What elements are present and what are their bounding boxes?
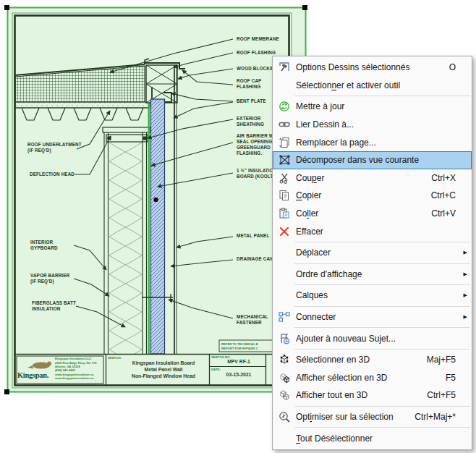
menu-item-calques[interactable]: Calques▶ <box>273 287 472 305</box>
svg-text:REPORT FOR NFPA285 C: REPORT FOR NFPA285 C <box>221 347 258 350</box>
label-roof-cap-flashing: FLASHING <box>237 84 260 89</box>
menu-item-selectionner-et-activer-outil[interactable]: Sélectionner et activer outil <box>273 77 472 95</box>
svg-text:SKETCH:: SKETCH: <box>108 356 122 360</box>
menu-item-mettre-a-jour[interactable]: Mettre à jour <box>273 98 472 116</box>
submenu-arrow-icon: ▶ <box>459 292 467 298</box>
context-menu: Options Dessins sélectionnésOSélectionne… <box>272 56 472 450</box>
menu-item-shortcut: Ctrl+Maj+* <box>415 412 456 422</box>
label-exterior-sheathing: SHEATHING <box>237 122 264 127</box>
svg-text:(800) 241-4402: (800) 241-4402 <box>55 368 76 372</box>
svg-text:AIR BARRIER W: AIR BARRIER W <box>237 133 273 138</box>
menu-item-ordre-d-affichage[interactable]: Ordre d'affichage▶ <box>273 266 472 284</box>
menu-separator <box>294 327 470 328</box>
menu-item-shortcut: Ctrl+V <box>431 208 456 219</box>
blank-icon <box>277 433 291 444</box>
menu-item-label: Effacer <box>296 226 446 237</box>
menu-separator <box>294 263 470 264</box>
menu-item-selectionner-en-3d[interactable]: Sélectionner en 3DMaj+F5 <box>273 351 472 369</box>
menu-item-remplacer-la-page[interactable]: Remplacer la page... <box>273 133 472 151</box>
svg-text:MPV RF-1: MPV RF-1 <box>227 359 250 364</box>
svg-text:EXTERIOR: EXTERIOR <box>237 116 261 121</box>
label-drainage-cavity: DRAINAGE CAV <box>237 256 273 261</box>
label-roof-flashing: ROOF FLASHING <box>237 50 276 55</box>
svg-text:DATE:: DATE: <box>211 368 221 371</box>
svg-text:ROOF CAP: ROOF CAP <box>237 78 261 83</box>
menu-item-label: Copier <box>296 190 421 200</box>
optimize-icon <box>277 411 291 423</box>
add-subject-icon <box>277 333 291 344</box>
menu-item-connecter[interactable]: Connecter▶ <box>273 308 472 326</box>
menu-item-copier[interactable]: CopierCtrl+C <box>273 187 472 205</box>
menu-item-shortcut: F5 <box>446 373 456 383</box>
svg-text:ROOF UNDERLAYMENT: ROOF UNDERLAYMENT <box>27 142 82 147</box>
menu-item-label: Coller <box>296 208 421 219</box>
menu-item-effacer[interactable]: Effacer <box>273 222 472 240</box>
select-3d-icon <box>277 354 291 365</box>
menu-item-deplacer[interactable]: Déplacer▶ <box>273 244 472 262</box>
deflection-head-track <box>106 135 148 142</box>
svg-text:GREENGUARD: GREENGUARD <box>237 145 271 150</box>
menu-item-label: Ajouter à nouveau Sujet... <box>296 334 446 344</box>
handle-center[interactable] <box>153 198 158 202</box>
layout-canvas: ROOF MEMBRANE ROOF FLASHING WOOD BLOCKIN… <box>0 0 476 453</box>
handle-bottom-left[interactable] <box>4 389 9 394</box>
menu-item-label: Sélectionner en 3D <box>296 355 417 365</box>
label-roof-underlayment: (IF REQ'D) <box>27 148 51 153</box>
label-vapor-barrier: (IF REQ'D) <box>30 279 54 284</box>
svg-text:MECHANICAL: MECHANICAL <box>237 314 268 319</box>
erase-icon <box>277 226 291 237</box>
menu-item-label: Tout Désélectionner <box>296 433 446 444</box>
menu-item-ajouter-a-nouveau-sujet[interactable]: Ajouter à nouveau Sujet... <box>273 329 472 347</box>
submenu-arrow-icon: ▶ <box>459 271 467 277</box>
menu-separator <box>294 427 470 428</box>
svg-text:FIBERGLASS BATT: FIBERGLASS BATT <box>32 300 76 305</box>
update-icon <box>277 101 291 112</box>
svg-text:VAPOR BARRIER: VAPOR BARRIER <box>30 273 70 278</box>
svg-text:Metal Panel Wall: Metal Panel Wall <box>144 367 182 372</box>
menu-item-lier-dessin-a[interactable]: Lier Dessin à... <box>273 116 472 134</box>
blank-icon <box>277 289 291 301</box>
menu-item-options-dessins-selectionnes[interactable]: Options Dessins sélectionnésO <box>273 59 472 77</box>
batt-insulation <box>109 143 142 354</box>
blank-icon <box>277 247 291 258</box>
menu-item-optimiser-sur-la-selection[interactable]: Optimiser sur la sélectionCtrl+Maj+* <box>273 408 472 426</box>
menu-item-label: Options Dessins sélectionnés <box>296 62 439 72</box>
label-roof-membrane: ROOF MEMBRANE <box>237 36 279 41</box>
menu-item-shortcut: Ctrl+X <box>431 173 456 183</box>
svg-text:www.kingspaninsulation.ca: www.kingspaninsulation.ca <box>54 376 94 380</box>
handle-top-left[interactable] <box>4 5 9 10</box>
menu-item-coller[interactable]: CollerCtrl+V <box>273 205 472 223</box>
insulation-board <box>151 99 165 354</box>
menu-item-label: Lier Dessin à... <box>296 119 446 130</box>
note-box: REFER TO TECHNICAL B REPORT FOR NFPA285 … <box>219 340 273 352</box>
svg-text:REFER TO TECHNICAL B: REFER TO TECHNICAL B <box>221 342 258 346</box>
blank-icon <box>277 268 291 280</box>
svg-text:Kingspan Insulation Board: Kingspan Insulation Board <box>132 360 195 366</box>
menu-item-label: Sélectionner et activer outil <box>296 80 446 90</box>
menu-item-tout-deselectionner[interactable]: Tout Désélectionner <box>273 429 472 447</box>
menu-separator <box>294 96 470 96</box>
menu-item-shortcut: Ctrl+F5 <box>427 390 456 400</box>
menu-item-afficher-selection-en-3d[interactable]: Afficher sélection en 3DF5 <box>273 369 472 387</box>
connect-icon <box>277 311 291 323</box>
svg-text:SEAL OPENING: SEAL OPENING <box>237 139 272 144</box>
menu-item-decomposer-dans-vue-courante[interactable]: Décomposer dans vue courante <box>273 151 472 169</box>
menu-item-label: Ordre d'affichage <box>296 269 446 279</box>
label-air-barrier: FLASHING. <box>237 151 262 156</box>
menu-item-label: Remplacer la page... <box>296 137 446 148</box>
menu-item-afficher-tout-en-3d[interactable]: Afficher tout en 3DCtrl+F5 <box>273 386 472 405</box>
menu-item-couper[interactable]: CouperCtrl+X <box>273 169 472 187</box>
menu-item-label: Connecter <box>296 312 446 322</box>
air-barrier-line <box>148 103 150 354</box>
menu-separator <box>294 284 470 285</box>
paste-icon <box>277 208 291 219</box>
menu-separator <box>294 306 470 307</box>
menu-item-label: Mettre à jour <box>296 101 446 111</box>
menu-item-shortcut: Maj+F5 <box>427 355 456 365</box>
label-deflection-head: DEFLECTION HEAD <box>30 172 75 177</box>
handle-top-right[interactable] <box>302 5 307 10</box>
svg-text:03-15-2021: 03-15-2021 <box>226 372 252 377</box>
label-bent-plate: BENT PLATE <box>237 98 266 103</box>
menu-separator <box>294 349 470 350</box>
menu-item-shortcut: Ctrl+C <box>431 190 456 200</box>
